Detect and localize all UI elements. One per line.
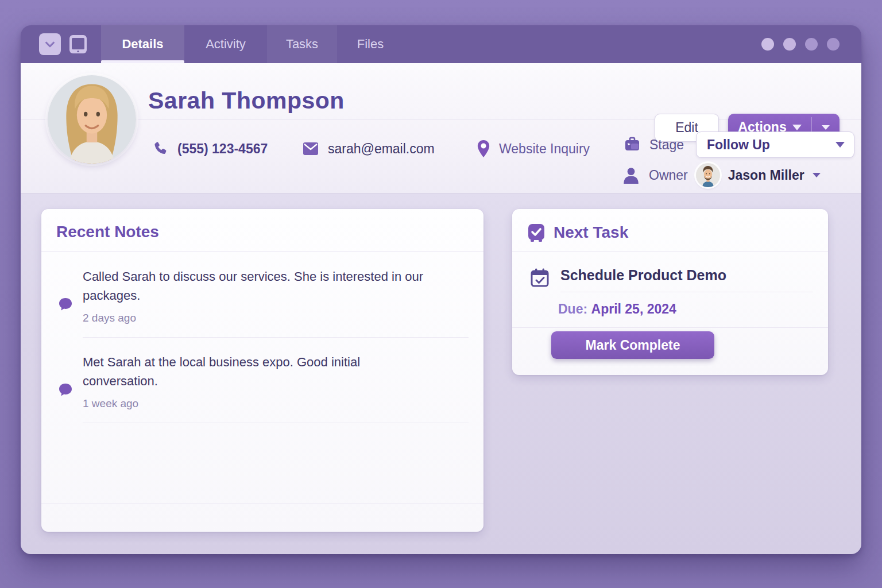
tablet-icon[interactable] xyxy=(67,33,90,56)
contact-header: Sarah Thompson Edit Actions (555) xyxy=(21,63,861,194)
stage-label: Stage xyxy=(649,137,684,153)
mark-complete-label: Mark Complete xyxy=(586,338,680,353)
mark-complete-button[interactable]: Mark Complete xyxy=(551,331,714,359)
mail-icon xyxy=(301,140,320,158)
tab-label: Activity xyxy=(206,37,246,52)
tab-activity[interactable]: Activity xyxy=(184,25,267,63)
tab-files[interactable]: Files xyxy=(337,25,404,63)
tab-tasks[interactable]: Tasks xyxy=(267,25,337,63)
due-label: Due: xyxy=(558,301,587,316)
note-text: Met Sarah at the local business expo. Go… xyxy=(83,353,433,390)
lead-source-field: Website Inquiry xyxy=(476,136,590,162)
location-pin-icon xyxy=(476,140,491,158)
email-address[interactable]: sarah@email.com xyxy=(328,141,435,157)
titlebar: Details Activity Tasks Files xyxy=(21,25,861,63)
note-text: Called Sarah to discuss our services. Sh… xyxy=(83,267,433,305)
desktop-background: Details Activity Tasks Files xyxy=(0,0,882,588)
person-icon xyxy=(621,165,641,185)
task-due: Due: April 25, 2024 xyxy=(512,292,828,328)
main-content: Recent Notes Called Sarah to discuss our… xyxy=(21,194,861,554)
note-body: Called Sarah to discuss our services. Sh… xyxy=(83,267,469,338)
owner-row: Owner xyxy=(621,162,821,188)
divider xyxy=(41,504,483,504)
recent-notes-card: Recent Notes Called Sarah to discuss our… xyxy=(41,209,483,532)
chevron-down-icon xyxy=(835,142,845,148)
chat-bubble-icon xyxy=(57,270,74,338)
task-name: Schedule Product Demo xyxy=(560,267,726,283)
window-control-dot[interactable] xyxy=(827,38,840,51)
tab-details[interactable]: Details xyxy=(101,25,184,63)
phone-field: (555) 123-4567 xyxy=(152,136,268,162)
window-controls xyxy=(761,25,840,63)
task-row: Schedule Product Demo xyxy=(512,252,828,292)
notes-card-header: Recent Notes xyxy=(41,209,483,252)
owner-avatar xyxy=(696,163,720,187)
owner-name[interactable]: Jason Miller xyxy=(728,168,804,183)
phone-icon xyxy=(152,140,169,157)
chevron-down-icon xyxy=(822,125,830,130)
contact-avatar xyxy=(48,75,136,164)
task-title: Next Task xyxy=(554,223,628,242)
window-control-dot[interactable] xyxy=(805,38,818,51)
chevron-down-icon[interactable] xyxy=(39,33,61,55)
phone-number[interactable]: (555) 123-4567 xyxy=(177,141,268,157)
briefcase-icon xyxy=(623,136,641,154)
chat-bubble-icon xyxy=(57,356,74,423)
chevron-down-icon[interactable] xyxy=(813,173,821,177)
owner-label: Owner xyxy=(649,168,688,183)
lead-source: Website Inquiry xyxy=(499,141,590,157)
stage-row: Stage xyxy=(623,131,684,158)
note-item: Met Sarah at the local business expo. Go… xyxy=(41,338,483,423)
due-date: April 25, 2024 xyxy=(591,301,676,316)
notes-title: Recent Notes xyxy=(56,223,159,241)
email-field: sarah@email.com xyxy=(301,136,435,162)
contact-name: Sarah Thompson xyxy=(148,87,345,114)
chevron-down-icon xyxy=(792,125,802,130)
task-card-header: Next Task xyxy=(512,209,828,252)
window-control-dot[interactable] xyxy=(761,38,774,51)
calendar-check-icon xyxy=(529,267,550,288)
next-task-card: Next Task Schedule Product Demo xyxy=(512,209,828,375)
tab-label: Tasks xyxy=(286,37,318,52)
checkbox-icon xyxy=(527,223,546,242)
app-icons xyxy=(21,25,101,63)
task-name-wrap: Schedule Product Demo xyxy=(560,267,813,292)
tab-label: Details xyxy=(122,37,163,52)
tab-bar: Details Activity Tasks Files xyxy=(101,25,404,63)
note-item: Called Sarah to discuss our services. Sh… xyxy=(41,252,483,338)
tab-label: Files xyxy=(357,37,384,52)
note-body: Met Sarah at the local business expo. Go… xyxy=(83,353,469,423)
window-control-dot[interactable] xyxy=(783,38,796,51)
note-timestamp: 1 week ago xyxy=(83,397,469,410)
stage-value: Follow Up xyxy=(707,137,770,153)
stage-dropdown[interactable]: Follow Up xyxy=(696,131,854,158)
note-timestamp: 2 days ago xyxy=(83,312,469,324)
app-window: Details Activity Tasks Files xyxy=(21,25,861,554)
